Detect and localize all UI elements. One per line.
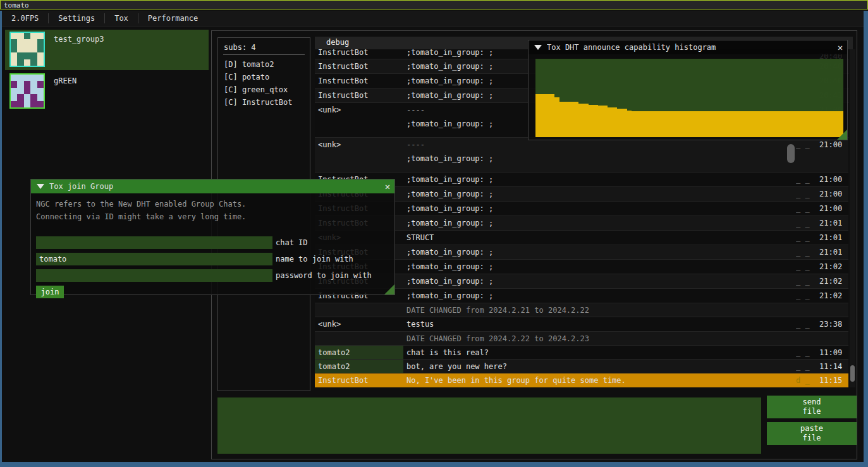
avatar-pixel	[11, 39, 17, 45]
histogram-bar	[569, 102, 574, 137]
message-row[interactable]: tomato2bot, are you new here?_ _11:14	[315, 360, 848, 373]
histogram-bar	[709, 111, 714, 137]
message-row[interactable]: <unk>testus_ _23:38	[315, 317, 848, 332]
send-file-button[interactable]: send file	[767, 396, 857, 418]
histogram-plot	[535, 59, 843, 137]
join-window-title: Tox join Group	[49, 182, 381, 191]
histogram-bar	[714, 111, 719, 137]
resize-grip[interactable]	[384, 284, 394, 294]
avatar-pixel	[37, 33, 44, 39]
message-timestamp: 21:02	[819, 289, 848, 303]
avatar-pixel	[37, 81, 44, 87]
tab-debug[interactable]: debug	[321, 37, 354, 49]
menu-item-performance[interactable]: Performance	[138, 11, 207, 26]
avatar-pixel	[17, 46, 23, 52]
join-field-label: password to join with	[276, 269, 372, 282]
avatar-pixel	[17, 81, 23, 87]
subs-member[interactable]: [C] potato	[224, 71, 307, 83]
window-border-bottom	[0, 462, 868, 467]
join-description-line: NGC refers to the New DHT enabled Group …	[36, 200, 246, 209]
histogram-bar	[598, 106, 603, 137]
collapse-arrow-icon[interactable]	[37, 184, 44, 189]
group-name: test_group3	[54, 35, 104, 44]
app-window: tomato 2.0FPSSettingsToxPerformance test…	[0, 0, 868, 467]
histogram-window: Tox DHT announce capability histogram ✕	[528, 40, 848, 140]
date-changed-text: DATE CHANGED from 2024.2.22 to 2024.2.23	[406, 332, 791, 345]
message-sender: tomato2	[315, 360, 403, 373]
window-titlebar[interactable]: tomato	[0, 0, 868, 9]
chat-id-input[interactable]	[36, 236, 272, 249]
date-changed-row[interactable]: DATE CHANGED from 2024.2.22 to 2024.2.23	[315, 332, 848, 346]
menu-item-settings[interactable]: Settings	[49, 11, 104, 26]
avatar-pixel	[30, 33, 37, 39]
histogram-bar	[733, 111, 738, 137]
avatar-pixel	[24, 46, 30, 52]
histogram-bar	[593, 105, 598, 137]
join-window-titlebar[interactable]: Tox join Group ✕	[31, 179, 394, 193]
date-changed-text: DATE CHANGED from 2024.2.21 to 2024.2.22	[406, 303, 791, 317]
histogram-bar	[632, 111, 637, 137]
avatar-pixel	[17, 33, 23, 39]
avatar-pixel	[30, 59, 37, 66]
message-timestamp: 21:00	[819, 173, 848, 186]
close-icon[interactable]: ✕	[833, 42, 847, 52]
scrollbar-thumb[interactable]	[787, 144, 795, 163]
histogram-bar	[545, 94, 550, 137]
histogram-bar	[589, 105, 594, 137]
group-list-item[interactable]: test_group3	[5, 30, 209, 70]
message-line: DATE CHANGED from 2024.2.22 to 2024.2.23	[406, 334, 589, 343]
collapse-arrow-icon[interactable]	[534, 45, 542, 50]
histogram-bar	[776, 111, 781, 137]
message-text: ;tomato_in_group: ;	[406, 289, 791, 303]
join-field-row: chat ID	[36, 236, 390, 249]
menu-item-2-0fps[interactable]: 2.0FPS	[2, 11, 48, 26]
subs-member[interactable]: [D] tomato2	[224, 58, 307, 71]
message-row[interactable]: <unk>---- ;tomato_in_group: ; ----_ _21:…	[315, 138, 848, 173]
paste-file-button[interactable]: paste file	[767, 422, 857, 445]
join-button[interactable]: join	[36, 286, 64, 298]
menu-item-tox[interactable]: Tox	[105, 11, 138, 26]
subs-member[interactable]: [C] green_qtox	[224, 83, 307, 96]
scrollbar-track[interactable]	[850, 49, 855, 387]
message-line: chat is this real?	[406, 348, 489, 357]
subs-member[interactable]: [C] InstructBot	[224, 96, 307, 109]
message-line: ----	[406, 133, 425, 137]
date-changed-row[interactable]: DATE CHANGED from 2024.2.21 to 2024.2.22	[315, 303, 848, 317]
message-line: ----	[406, 106, 425, 114]
avatar-pixel	[30, 46, 37, 52]
close-icon[interactable]: ✕	[381, 181, 394, 191]
delivery-status: _ _	[796, 260, 817, 274]
message-input[interactable]	[217, 397, 761, 454]
message-row[interactable]: InstructBotNo, I've been in this group f…	[315, 373, 848, 387]
message-timestamp: 21:00	[819, 138, 848, 172]
password-to-join-with-input[interactable]	[36, 269, 272, 282]
histogram-bar	[738, 111, 743, 137]
message-text: ;tomato_in_group: ;	[406, 260, 791, 274]
histogram-bar	[704, 111, 709, 137]
delivery-status: _ _	[796, 202, 817, 215]
scrollbar-thumb[interactable]	[850, 365, 855, 382]
message-row[interactable]: tomato2chat is this real?_ _11:09	[315, 346, 848, 360]
message-timestamp: 21:00	[819, 202, 848, 215]
histogram-bar	[805, 111, 810, 137]
message-line: ;tomato_in_group: ;	[406, 248, 493, 257]
histogram-window-titlebar[interactable]: Tox DHT announce capability histogram ✕	[529, 40, 847, 54]
histogram-bar	[728, 111, 733, 137]
histogram-bar	[535, 94, 541, 137]
histogram-bar	[790, 111, 795, 137]
avatar-pixel	[11, 52, 17, 59]
avatar-pixel	[24, 75, 30, 81]
message-line: ----	[406, 168, 425, 172]
histogram-bar	[622, 109, 627, 137]
join-description-line: Connecting via ID might take a very long…	[36, 212, 246, 221]
resize-grip[interactable]	[837, 130, 847, 140]
message-line: ;tomato_in_group: ;	[406, 190, 493, 198]
message-sender: InstructBot	[315, 49, 403, 59]
histogram-window-body	[529, 54, 847, 140]
name-to-join-with-input[interactable]	[36, 253, 272, 265]
group-list-item[interactable]: gREEN	[5, 71, 209, 112]
histogram-bar	[819, 111, 824, 137]
message-timestamp: 21:02	[819, 274, 848, 288]
message-text: ;tomato_in_group: ;	[406, 202, 791, 215]
histogram-bar	[665, 111, 670, 137]
